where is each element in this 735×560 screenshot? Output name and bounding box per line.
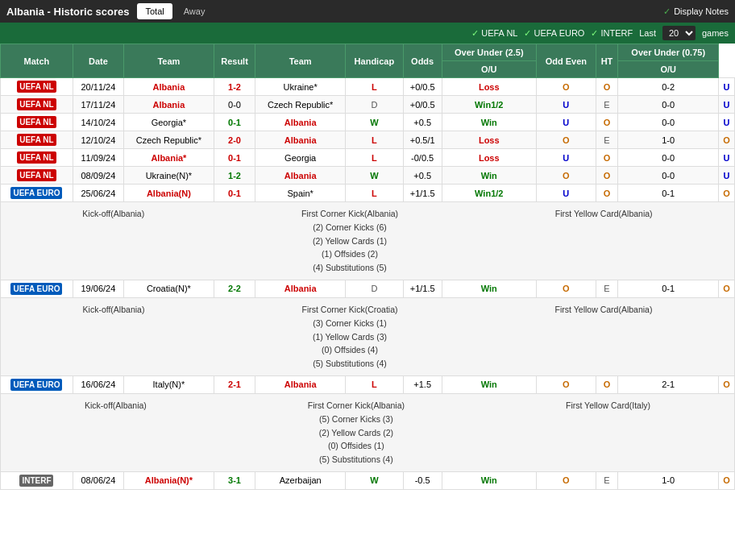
match-date: 25/06/24	[73, 185, 123, 202]
ou-value: O	[563, 171, 570, 180]
table-row: UEFA EURO 25/06/24 Albania(N) 0-1 Spain*…	[1, 185, 735, 202]
col-oddeven: Odd Even	[536, 44, 596, 78]
odds-cell: Loss	[442, 78, 536, 96]
match-badge: UEFA NL	[1, 78, 73, 96]
ht-cell: 0-2	[618, 78, 719, 96]
ou-value: O	[604, 171, 611, 180]
col-team2: Team	[255, 44, 346, 78]
last-select[interactable]: 201030	[662, 26, 696, 40]
result-value: 0-0	[228, 100, 241, 110]
match-date: 11/09/24	[73, 149, 123, 167]
oddeven-cell: O	[596, 167, 617, 185]
col-result: Result	[214, 44, 255, 78]
col-ou25-sub: O/U	[442, 61, 536, 78]
match-badge: UEFA NL	[1, 96, 73, 114]
col-handicap: Handicap	[346, 44, 404, 78]
badge-uefa-nl: UEFA NL	[17, 151, 56, 164]
badge-uefa-nl: UEFA NL	[17, 169, 56, 181]
result-value: 2-0	[228, 135, 241, 145]
result-cell: 2-2	[214, 280, 255, 297]
ht-cell: 0-0	[618, 149, 719, 167]
header-bar: Albania - Historic scores Total Away ✓ D…	[0, 0, 735, 23]
table-row: UEFA NL 12/10/24 Czech Republic* 2-0 Alb…	[1, 131, 735, 149]
stat-item: (0) Offsides (1)	[308, 439, 405, 453]
detail-row: Kick-off(Albania) First Corner Kick(Croa…	[1, 297, 735, 375]
odds-cell: Loss	[442, 149, 536, 167]
odds-cell: Win	[442, 471, 536, 489]
outcome: L	[372, 153, 377, 163]
detail-content: Kick-off(Albania) First Corner Kick(Alba…	[4, 204, 731, 278]
oddeven-cell: O	[596, 149, 617, 167]
stat-item: (1) Offsides (2)	[301, 247, 398, 261]
handicap-cell: -0.5	[403, 471, 442, 489]
filter-interf[interactable]: ✓ INTERF	[591, 28, 633, 39]
ou-value: O	[604, 189, 611, 198]
stat-item: (1) Yellow Cards (3)	[301, 330, 397, 344]
team2-cell: Georgia	[255, 149, 346, 167]
team2-cell: Albania	[255, 131, 346, 149]
ou25-cell: O	[536, 131, 596, 149]
badge-uefa-euro: UEFA EURO	[10, 187, 62, 199]
outcome-cell: W	[346, 471, 404, 489]
badge-uefa-euro: UEFA EURO	[10, 379, 62, 391]
team-name: Albania	[284, 171, 317, 180]
match-badge: UEFA NL	[1, 114, 73, 131]
last-label: Last	[639, 28, 656, 38]
first-yellow-label: First Yellow Card(Albania)	[555, 207, 653, 221]
outcome-cell: D	[346, 96, 404, 114]
odds-outcome: Win	[481, 118, 497, 127]
result-value: 2-2	[228, 284, 241, 293]
page-title: Albania - Historic scores	[6, 6, 129, 18]
table-row: UEFA NL 14/10/24 Georgia* 0-1 Albania W …	[1, 114, 735, 131]
ou25-cell: O	[536, 78, 596, 96]
ou-value: U	[724, 153, 730, 163]
ou-value: O	[723, 284, 730, 293]
team1-cell: Albania(N)*	[123, 471, 214, 489]
odds-outcome: Loss	[479, 153, 500, 163]
filter-uefa-nl[interactable]: ✓ UEFA NL	[471, 28, 517, 39]
oddeven-cell: E	[596, 280, 617, 297]
ou075-cell: O	[719, 185, 735, 202]
tab-away[interactable]: Away	[176, 3, 214, 19]
corner-col: First Corner Kick(Albania) (5) Corner Ki…	[308, 399, 405, 467]
tab-total[interactable]: Total	[137, 3, 172, 19]
ou075-cell: U	[719, 96, 735, 114]
yellow-col: First Yellow Card(Italy)	[566, 399, 650, 467]
ou-value: O	[723, 135, 730, 145]
outcome: L	[372, 380, 377, 389]
col-date: Date	[73, 44, 123, 78]
detail-content: Kick-off(Albania) First Corner Kick(Croa…	[4, 300, 731, 374]
stat-item: (2) Corner Kicks (6)	[301, 221, 398, 234]
ou25-cell: U	[536, 114, 596, 131]
check-uefa-nl-icon: ✓	[471, 28, 479, 39]
oddeven-cell: O	[596, 114, 617, 131]
odds-outcome: Loss	[479, 135, 500, 145]
odds-cell: Win1/2	[442, 185, 536, 202]
oddeven-cell: E	[596, 471, 617, 489]
match-date: 16/06/24	[73, 375, 123, 393]
result-value: 1-2	[228, 171, 241, 180]
first-yellow-label: First Yellow Card(Albania)	[555, 303, 653, 317]
team-name: Ukraine(N)*	[146, 171, 192, 180]
team-name: Azerbaijan	[280, 475, 322, 485]
outcome: W	[370, 171, 378, 180]
ht-cell: 1-0	[618, 471, 719, 489]
col-ou075: Over Under (0.75)	[618, 44, 719, 61]
match-badge: UEFA NL	[1, 149, 73, 167]
table-header: Match Date Team Result Team Handicap Odd…	[1, 44, 735, 78]
ou075-cell: O	[719, 280, 735, 297]
col-team1: Team	[123, 44, 214, 78]
display-notes[interactable]: ✓ Display Notes	[663, 6, 729, 17]
table-row: UEFA NL 08/09/24 Ukraine(N)* 1-2 Albania…	[1, 167, 735, 185]
result-value: 0-1	[228, 189, 241, 198]
ou-value: U	[724, 171, 730, 180]
kickoff-label: Kick-off(Albania)	[85, 399, 147, 413]
check-uefa-euro-icon: ✓	[524, 28, 531, 39]
check-icon: ✓	[663, 6, 671, 17]
team2-cell: Spain*	[255, 185, 346, 202]
detail-row: Kick-off(Albania) First Corner Kick(Alba…	[1, 202, 735, 280]
ou25-cell: O	[536, 280, 596, 297]
filter-uefa-euro[interactable]: ✓ UEFA EURO	[524, 28, 584, 39]
team-name: Czech Republic*	[268, 100, 333, 110]
col-ou075-sub: O/U	[618, 61, 719, 78]
